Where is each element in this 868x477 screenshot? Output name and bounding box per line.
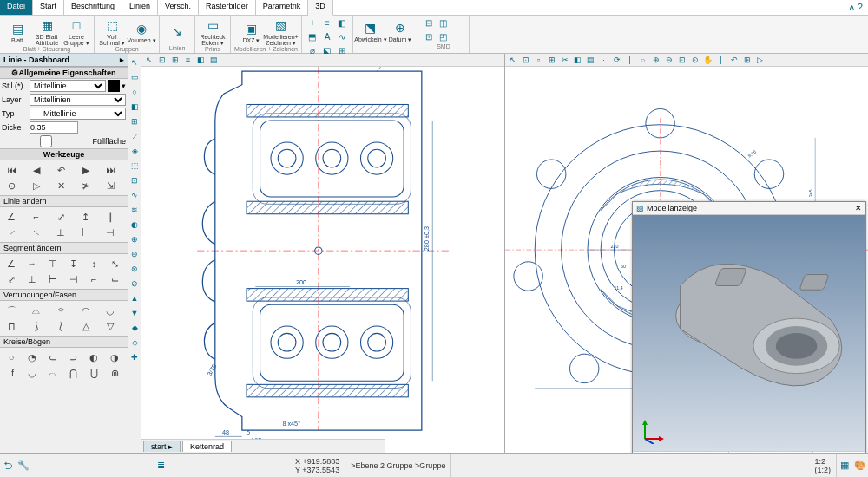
vtool-button[interactable]: ⬚ (129, 160, 141, 171)
view-tool-button[interactable]: ≡ (182, 55, 194, 66)
tool-button[interactable]: ⊥ (23, 271, 42, 287)
tool-button[interactable]: ◡ (101, 303, 120, 318)
preview-scene[interactable] (633, 215, 865, 451)
rechteck-ecken-button[interactable]: ▭Rechteck Ecken ▾ (199, 16, 227, 46)
vtool-button[interactable]: ⊡ (129, 174, 141, 186)
typ-select[interactable]: -·- Mittellinie (30, 108, 126, 120)
vtool-button[interactable]: ∿ (129, 189, 141, 200)
sheet-tab-start[interactable]: start ▸ (143, 441, 181, 452)
view-tool-button[interactable]: ▫ (533, 55, 544, 66)
fill-checkbox[interactable] (2, 135, 90, 147)
wrench-icon[interactable]: 🔧 (16, 460, 31, 471)
tool-button[interactable]: ◑ (105, 350, 124, 365)
tool-button[interactable]: ⟋ (2, 225, 21, 240)
stil-select[interactable]: Mittellinie (30, 80, 106, 92)
help-icon[interactable]: ʌ ? (844, 0, 868, 15)
tool-button[interactable]: ✕ (51, 178, 70, 193)
blatt-button[interactable]: ▤Blatt (3, 16, 31, 46)
view-tool-button[interactable]: ⊞ (546, 55, 557, 66)
ribbon-mini-button[interactable]: ◫ (437, 16, 450, 29)
grid-toggle-icon[interactable]: ▦ (837, 460, 852, 471)
view-tool-button[interactable]: ◧ (195, 55, 207, 66)
tool-button[interactable]: ⊣ (64, 271, 83, 287)
tab-versch[interactable]: Versch. (158, 0, 199, 15)
dicke-input[interactable] (30, 121, 78, 134)
modellieren-zeichnen-button[interactable]: ▧Modellieren+ Zeichnen ▾ (266, 16, 294, 46)
tool-button[interactable]: ⇲ (101, 178, 120, 193)
tool-button[interactable]: ↶ (51, 162, 70, 178)
vtool-button[interactable]: ⊘ (129, 278, 141, 289)
tool-button[interactable]: ⌓ (43, 365, 62, 381)
view-tool-button[interactable]: ⟳ (611, 55, 622, 66)
vtool-button[interactable]: ▼ (129, 307, 141, 318)
tool-button[interactable]: △ (76, 318, 95, 334)
vtool-button[interactable]: ⊕ (129, 233, 141, 245)
section-verrundungen[interactable]: Verrundungen/Fasen (0, 289, 128, 301)
tool-button[interactable]: ↕ (84, 256, 103, 271)
tool-button[interactable]: ⊂ (43, 350, 62, 365)
tool-button[interactable]: ⊤ (43, 256, 62, 271)
tab-linien[interactable]: Linien (122, 0, 158, 15)
tool-button[interactable]: ⟆ (27, 318, 46, 334)
tool-button[interactable]: ▽ (101, 318, 120, 334)
tool-button[interactable]: ⊢ (76, 225, 95, 240)
view-tool-button[interactable]: ⊙ (689, 55, 700, 66)
tool-button[interactable]: ◠ (76, 303, 95, 318)
view-tool-button[interactable]: ✋ (702, 55, 713, 66)
tool-button[interactable]: ⌐ (27, 209, 46, 225)
vtool-button[interactable]: ⊗ (129, 263, 141, 274)
tool-button[interactable]: ⊣ (101, 225, 120, 240)
ribbon-mini-button[interactable]: ≡ (320, 16, 334, 29)
tool-button[interactable]: ◡ (23, 365, 42, 381)
vtool-button[interactable]: ◆ (129, 322, 141, 333)
ribbon-mini-button[interactable]: + (306, 16, 319, 29)
tool-button[interactable]: ⏭ (101, 162, 120, 178)
ribbon-mini-button[interactable]: ◧ (335, 16, 349, 29)
view-tool-button[interactable]: ↖ (143, 55, 155, 66)
tool-button[interactable]: ▷ (27, 178, 46, 193)
status-breadcrumb[interactable]: >Ebene 2 Gruppe >Gruppe (345, 454, 451, 477)
tool-button[interactable]: ⤢ (2, 271, 21, 287)
tab-start[interactable]: Start (33, 0, 64, 15)
tool-button[interactable]: ↔ (23, 256, 42, 271)
tool-button[interactable]: ⌙ (105, 271, 124, 287)
vtool-button[interactable]: ⊖ (129, 248, 141, 259)
view-tool-button[interactable]: ⊡ (676, 55, 687, 66)
vtool-button[interactable]: ○ (129, 86, 141, 97)
view-tool-button[interactable]: ⊡ (156, 55, 168, 66)
tool-button[interactable]: ∥ (101, 209, 120, 225)
layer-select[interactable]: Mittellinien (30, 94, 126, 106)
section-eigenschaften[interactable]: ⚙Allgemeine Eigenschaften (0, 67, 128, 79)
ribbon-mini-button[interactable]: ⬒ (306, 30, 319, 43)
tool-button[interactable]: ⤡ (105, 256, 124, 271)
volumen-button[interactable]: ◉Volumen ▾ (128, 16, 155, 46)
tool-button[interactable]: ↥ (76, 209, 95, 225)
tool-button[interactable]: ⟍ (27, 225, 46, 240)
tool-button[interactable]: ⤢ (51, 209, 70, 225)
linien-button[interactable]: ↘ (163, 16, 191, 45)
ribbon-mini-button[interactable]: ◰ (437, 30, 450, 43)
tool-button[interactable]: ○ (2, 350, 21, 365)
view-tool-button[interactable]: | (715, 55, 727, 66)
tool-button[interactable]: ⌐ (84, 271, 103, 287)
undo-icon[interactable]: ⮌ (0, 461, 16, 471)
tool-button[interactable]: ◀ (27, 162, 46, 178)
tool-button[interactable]: ◔ (23, 350, 42, 365)
vtool-button[interactable]: ◇ (129, 337, 141, 348)
tool-button[interactable]: ↧ (64, 256, 83, 271)
section-werkzeuge[interactable]: Werkzeuge (0, 148, 128, 160)
tool-button[interactable]: ⊙ (2, 178, 21, 193)
tab-datei[interactable]: Datei (0, 0, 33, 15)
vtool-button[interactable]: ◧ (129, 101, 141, 112)
view-tool-button[interactable]: ⊡ (520, 55, 531, 66)
view-tool-button[interactable]: ↶ (728, 55, 740, 66)
layers-icon[interactable]: ≣ (153, 460, 168, 471)
dxz-button[interactable]: ▣DXZ ▾ (237, 16, 265, 46)
view-left[interactable]: ↖⊡⊞≡◧▤ (141, 54, 505, 453)
vtool-button[interactable]: ✚ (129, 351, 141, 363)
sheet-tab-kettenrad[interactable]: Kettenrad (182, 441, 232, 452)
palette-icon[interactable]: 🎨 (852, 460, 868, 471)
view-tool-button[interactable]: ⊞ (169, 55, 181, 66)
tool-button[interactable]: ⊥ (51, 225, 70, 240)
view-tool-button[interactable]: ▤ (585, 55, 596, 66)
